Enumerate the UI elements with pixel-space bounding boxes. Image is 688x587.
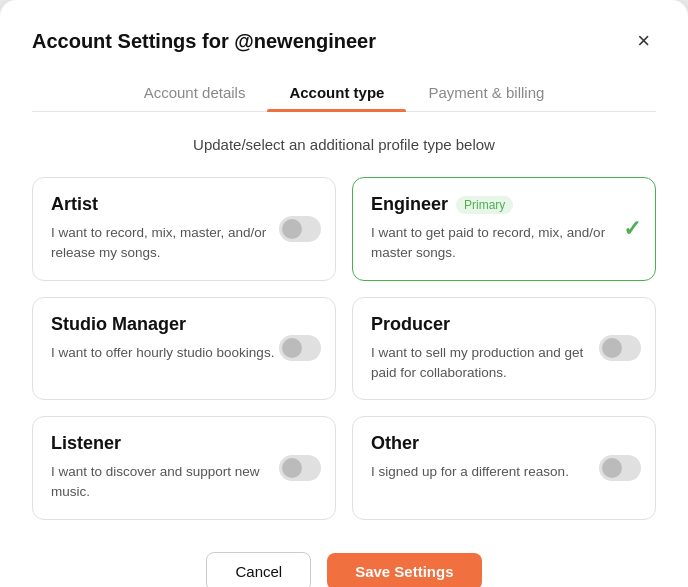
- primary-badge: Primary: [456, 196, 513, 214]
- modal-header: Account Settings for @newengineer ×: [32, 28, 656, 54]
- card-studio-manager[interactable]: Studio Manager I want to offer hourly st…: [32, 297, 336, 401]
- toggle-knob: [282, 338, 302, 358]
- card-other-toggle[interactable]: [599, 455, 641, 481]
- card-studio-manager-toggle[interactable]: [279, 335, 321, 361]
- tab-account-type[interactable]: Account type: [267, 74, 406, 111]
- tab-account-details[interactable]: Account details: [122, 74, 268, 111]
- account-type-cards: Artist I want to record, mix, master, an…: [32, 177, 656, 520]
- card-artist-title: Artist: [51, 194, 319, 215]
- toggle-knob: [282, 458, 302, 478]
- modal-footer: Cancel Save Settings: [32, 552, 656, 588]
- card-engineer[interactable]: Engineer Primary I want to get paid to r…: [352, 177, 656, 281]
- modal-title: Account Settings for @newengineer: [32, 30, 376, 53]
- card-listener-desc: I want to discover and support new music…: [51, 462, 291, 503]
- card-engineer-desc: I want to get paid to record, mix, and/o…: [371, 223, 611, 264]
- card-artist-toggle[interactable]: [279, 216, 321, 242]
- card-listener-title: Listener: [51, 433, 319, 454]
- card-engineer-name: Engineer: [371, 194, 448, 215]
- card-artist[interactable]: Artist I want to record, mix, master, an…: [32, 177, 336, 281]
- close-button[interactable]: ×: [631, 28, 656, 54]
- save-button[interactable]: Save Settings: [327, 553, 481, 588]
- card-listener[interactable]: Listener I want to discover and support …: [32, 416, 336, 520]
- card-studio-manager-desc: I want to offer hourly studio bookings.: [51, 343, 291, 363]
- card-studio-manager-title: Studio Manager: [51, 314, 319, 335]
- card-other-title: Other: [371, 433, 639, 454]
- check-icon: ✓: [623, 216, 641, 242]
- card-producer-toggle[interactable]: [599, 335, 641, 361]
- cancel-button[interactable]: Cancel: [206, 552, 311, 588]
- toggle-knob: [602, 338, 622, 358]
- card-artist-desc: I want to record, mix, master, and/or re…: [51, 223, 291, 264]
- tabs-nav: Account details Account type Payment & b…: [32, 74, 656, 112]
- tab-payment-billing[interactable]: Payment & billing: [406, 74, 566, 111]
- card-other-desc: I signed up for a different reason.: [371, 462, 611, 482]
- card-listener-toggle[interactable]: [279, 455, 321, 481]
- toggle-knob: [602, 458, 622, 478]
- card-other[interactable]: Other I signed up for a different reason…: [352, 416, 656, 520]
- card-producer[interactable]: Producer I want to sell my production an…: [352, 297, 656, 401]
- card-producer-desc: I want to sell my production and get pai…: [371, 343, 611, 384]
- card-producer-title: Producer: [371, 314, 639, 335]
- card-engineer-title: Engineer Primary: [371, 194, 639, 215]
- account-settings-modal: Account Settings for @newengineer × Acco…: [0, 0, 688, 587]
- toggle-knob: [282, 219, 302, 239]
- page-subtitle: Update/select an additional profile type…: [32, 136, 656, 153]
